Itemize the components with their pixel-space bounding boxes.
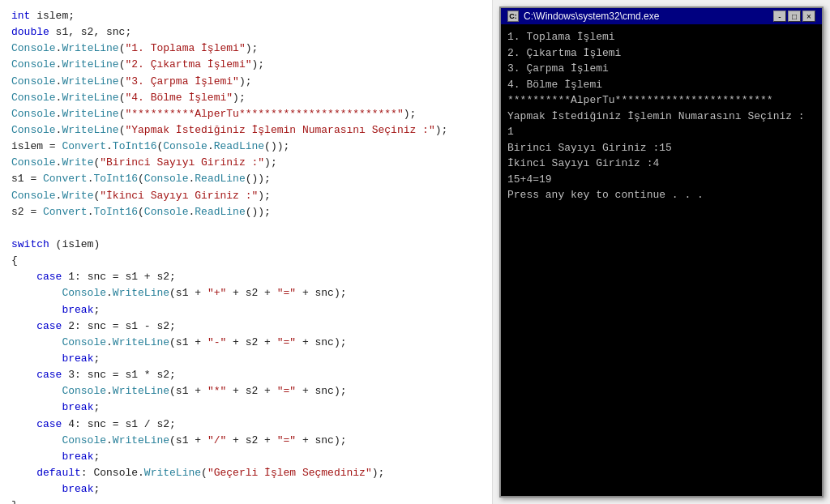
code-line: break; <box>11 481 481 498</box>
code-line: break; <box>11 351 481 367</box>
cmd-window-controls[interactable]: -□× <box>773 11 815 22</box>
cmd-output-line: Birinci Sayıyı Giriniz :15 <box>507 140 815 156</box>
code-line: case 3: snc = s1 * s2; <box>11 367 481 383</box>
cmd-output-line: 4. Bölme İşlemi <box>507 77 815 93</box>
cmd-output-line: 3. Çarpma İşlemi <box>507 61 815 77</box>
cmd-output-line: 15+4=19 <box>507 172 815 188</box>
code-line: case 4: snc = s1 / s2; <box>11 416 481 433</box>
code-line: Console.WriteLine("4. Bölme İşlemi"); <box>11 90 481 106</box>
code-line: Console.WriteLine("**********AlperTu****… <box>11 106 481 122</box>
cmd-window: C: C:\Windows\system32\cmd.exe -□× 1. To… <box>499 6 824 498</box>
code-line: Console.WriteLine("Yapmak İstediğiniz İş… <box>11 122 481 139</box>
code-line: break; <box>11 399 481 416</box>
cmd-control-button[interactable]: □ <box>788 11 801 22</box>
code-line: Console.WriteLine(s1 + "+" + s2 + "=" + … <box>11 285 481 301</box>
code-line: islem = Convert.ToInt16(Console.ReadLine… <box>11 139 481 155</box>
cmd-output-line: **********AlperTu***********************… <box>507 92 815 109</box>
cmd-output: 1. Toplama İşlemi2. Çıkartma İşlemi3. Ça… <box>501 24 822 496</box>
code-line: Console.WriteLine(s1 + "-" + s2 + "=" + … <box>11 335 481 351</box>
code-line <box>11 220 481 237</box>
cmd-output-line: İkinci Sayıyı Giriniz :4 <box>507 156 815 172</box>
code-line: double s1, s2, snc; <box>11 24 481 41</box>
code-line: switch (islem) <box>11 237 481 253</box>
cmd-icon: C: <box>507 11 519 22</box>
cmd-output-line: Press any key to continue . . . <box>507 187 815 203</box>
code-line: break; <box>11 302 481 318</box>
code-line: break; <box>11 449 481 465</box>
code-line: Console.Write("Birinci Sayıyı Giriniz :"… <box>11 155 481 171</box>
code-line: s1 = Convert.ToInt16(Console.ReadLine())… <box>11 171 481 187</box>
cmd-control-button[interactable]: - <box>773 11 786 22</box>
cmd-control-button[interactable]: × <box>802 11 815 22</box>
code-line: Console.WriteLine("1. Toplama İşlemi"); <box>11 41 481 57</box>
code-line: Console.WriteLine("2. Çıkartma İşlemi"); <box>11 57 481 73</box>
cmd-output-line: Yapmak İstediğiniz İşlemin Numarasını Se… <box>507 109 815 125</box>
code-line: Console.WriteLine(s1 + "/" + s2 + "=" + … <box>11 433 481 449</box>
cmd-output-line: 1. Toplama İşlemi <box>507 29 815 45</box>
code-line: s2 = Convert.ToInt16(Console.ReadLine())… <box>11 204 481 220</box>
code-line: default: Console.WriteLine("Geçerli İşle… <box>11 465 481 481</box>
code-line: } <box>11 498 481 504</box>
code-line: Console.WriteLine("3. Çarpma İşlemi"); <box>11 74 481 90</box>
cmd-titlebar: C: C:\Windows\system32\cmd.exe -□× <box>501 8 822 24</box>
cmd-output-line: 1 <box>507 124 815 140</box>
code-line: Console.WriteLine(s1 + "*" + s2 + "=" + … <box>11 383 481 399</box>
code-line: int islem; <box>11 8 481 24</box>
code-line: Console.Write("İkinci Sayıyı Giriniz :")… <box>11 188 481 204</box>
code-editor: int islem;double s1, s2, snc;Console.Wri… <box>0 0 493 504</box>
cmd-title: C:\Windows\system32\cmd.exe <box>524 11 768 22</box>
cmd-output-line: 2. Çıkartma İşlemi <box>507 45 815 62</box>
code-line: case 1: snc = s1 + s2; <box>11 269 481 285</box>
code-line: case 2: snc = s1 - s2; <box>11 318 481 335</box>
code-line: { <box>11 253 481 269</box>
